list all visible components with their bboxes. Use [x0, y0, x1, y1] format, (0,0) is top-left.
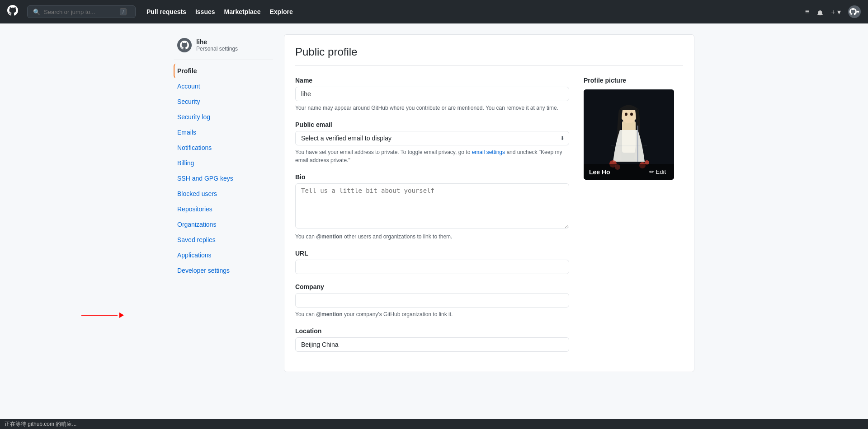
email-settings-link[interactable]: email settings [472, 149, 505, 155]
user-avatar[interactable]: ▾ [848, 5, 861, 18]
public-email-select-wrapper: Select a verified email to display [295, 131, 569, 145]
sidebar-user-info: lihe Personal settings [196, 38, 238, 52]
sidebar-item-profile[interactable]: Profile [174, 64, 273, 78]
topnav-links: Pull requests Issues Marketplace Explore [146, 8, 293, 15]
nav-marketplace[interactable]: Marketplace [224, 8, 261, 15]
profile-picture-section: Profile picture [584, 77, 683, 180]
company-group: Company You can @mention your company's … [295, 283, 569, 318]
sidebar-item-security[interactable]: Security [174, 94, 273, 109]
bell-icon[interactable] [816, 8, 824, 15]
sidebar-link-saved-replies[interactable]: Saved replies [174, 233, 273, 247]
edit-profile-picture-button[interactable]: ✏ Edit [646, 168, 669, 176]
sidebar-item-notifications[interactable]: Notifications [174, 140, 273, 155]
sidebar-link-emails[interactable]: Emails [174, 125, 273, 140]
arrow-annotation [81, 312, 124, 318]
sidebar-item-repositories[interactable]: Repositories [174, 202, 273, 216]
page-title: Public profile [295, 46, 683, 66]
sidebar-avatar [177, 38, 192, 52]
public-email-group: Public email Select a verified email to … [295, 121, 569, 164]
sidebar-item-blocked-users[interactable]: Blocked users [174, 187, 273, 201]
topnav: 🔍 / Pull requests Issues Marketplace Exp… [0, 0, 868, 23]
sidebar-username: lihe [196, 38, 238, 46]
bio-help-suffix: other users and organizations to link to… [343, 233, 453, 240]
company-help-suffix: your company's GitHub organization to li… [343, 311, 453, 317]
search-box[interactable]: 🔍 / [27, 5, 136, 18]
sidebar-link-notifications[interactable]: Notifications [174, 140, 273, 155]
nav-issues[interactable]: Issues [195, 8, 215, 15]
sidebar-item-applications[interactable]: Applications [174, 248, 273, 262]
bio-mention: @mention [316, 233, 342, 240]
slash-kbd: / [120, 8, 127, 15]
bio-group: Bio You can @mention other users and org… [295, 173, 569, 241]
location-group: Location [295, 327, 569, 352]
sidebar-nav: Profile Account Security Security log Em… [174, 64, 273, 278]
sidebar-link-developer-settings[interactable]: Developer settings [174, 263, 273, 278]
arrow-head-icon [119, 312, 124, 318]
bio-help: You can @mention other users and organiz… [295, 233, 569, 241]
nav-pull-requests[interactable]: Pull requests [146, 8, 186, 15]
company-mention: @mention [316, 311, 342, 317]
sidebar-link-ssh-gpg[interactable]: SSH and GPG keys [174, 171, 273, 186]
sidebar-link-security[interactable]: Security [174, 94, 273, 109]
pencil-icon: ✏ [649, 168, 654, 175]
public-email-label: Public email [295, 121, 569, 128]
name-group: Name Your name may appear around GitHub … [295, 77, 569, 112]
form-right: Profile picture [584, 77, 683, 361]
sidebar-link-applications[interactable]: Applications [174, 248, 273, 262]
profile-picture-title: Profile picture [584, 77, 683, 84]
main-content: Public profile Name Your name may appear… [284, 34, 694, 372]
name-help: Your name may appear around GitHub where… [295, 104, 569, 112]
sidebar-item-security-log[interactable]: Security log [174, 110, 273, 124]
search-input[interactable] [44, 9, 116, 15]
email-help-prefix: You have set your email address to priva… [295, 149, 472, 155]
sidebar-item-ssh-gpg[interactable]: SSH and GPG keys [174, 171, 273, 186]
search-icon: 🔍 [33, 9, 40, 15]
form-grid: Name Your name may appear around GitHub … [295, 77, 683, 361]
profile-picture-overlay: Lee Ho ✏ Edit [584, 164, 674, 180]
company-help-prefix: You can [295, 311, 316, 317]
sidebar-user: lihe Personal settings [174, 34, 273, 60]
public-email-select[interactable]: Select a verified email to display [295, 131, 569, 145]
sidebar: lihe Personal settings Profile Account S… [174, 34, 273, 372]
name-label: Name [295, 77, 569, 84]
svg-point-10 [630, 113, 633, 116]
form-left: Name Your name may appear around GitHub … [295, 77, 569, 361]
bio-textarea[interactable] [295, 183, 569, 228]
sidebar-item-saved-replies[interactable]: Saved replies [174, 233, 273, 247]
sidebar-link-billing[interactable]: Billing [174, 156, 273, 170]
company-label: Company [295, 283, 569, 290]
github-logo-icon[interactable] [7, 5, 18, 19]
sidebar-item-account[interactable]: Account [174, 79, 273, 93]
arrow-line [81, 315, 118, 316]
sidebar-link-account[interactable]: Account [174, 79, 273, 93]
location-input[interactable] [295, 337, 569, 352]
sidebar-item-organizations[interactable]: Organizations [174, 217, 273, 232]
sidebar-link-security-log[interactable]: Security log [174, 110, 273, 124]
sidebar-link-blocked-users[interactable]: Blocked users [174, 187, 273, 201]
svg-rect-7 [637, 126, 638, 162]
svg-point-9 [625, 113, 627, 116]
nav-explore[interactable]: Explore [269, 8, 292, 15]
sidebar-item-emails[interactable]: Emails [174, 125, 273, 140]
sidebar-link-profile[interactable]: Profile [174, 64, 273, 78]
url-group: URL [295, 250, 569, 274]
sidebar-sublabel: Personal settings [196, 46, 238, 52]
plus-icon[interactable]: + ▾ [831, 8, 841, 16]
main-container: lihe Personal settings Profile Account S… [163, 23, 705, 383]
location-label: Location [295, 327, 569, 335]
url-label: URL [295, 250, 569, 257]
bio-label: Bio [295, 173, 569, 181]
sidebar-link-organizations[interactable]: Organizations [174, 217, 273, 232]
email-help: You have set your email address to priva… [295, 148, 569, 164]
hamburger-icon[interactable]: ≡ [805, 8, 809, 16]
sidebar-item-developer-settings[interactable]: Developer settings [174, 263, 273, 278]
name-input[interactable] [295, 87, 569, 101]
company-help: You can @mention your company's GitHub o… [295, 310, 569, 318]
sidebar-item-billing[interactable]: Billing [174, 156, 273, 170]
url-input[interactable] [295, 260, 569, 274]
profile-picture-name: Lee Ho [589, 168, 643, 176]
topnav-right: ≡ + ▾ ▾ [805, 5, 861, 18]
company-input[interactable] [295, 293, 569, 308]
profile-picture-image: Lee Ho ✏ Edit [584, 89, 674, 180]
sidebar-link-repositories[interactable]: Repositories [174, 202, 273, 216]
